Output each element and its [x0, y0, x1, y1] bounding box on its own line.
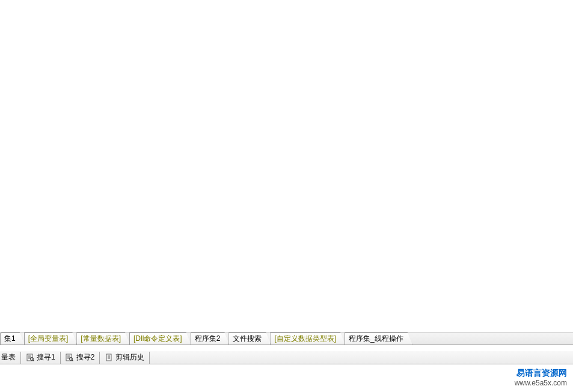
- svg-line-11: [72, 360, 73, 361]
- bottom-tab-label: 搜寻1: [37, 352, 55, 363]
- tab-label: 程序集2: [195, 334, 221, 344]
- tab-label: 集1: [4, 334, 16, 344]
- editor-tabs-row: 集1 [全局变量表] [常量数据表] [Dll命令定义表] 程序集2 文件搜索 …: [0, 332, 573, 345]
- tab-custom-types[interactable]: [自定义数据类型表]: [270, 332, 345, 345]
- bottom-panel-tabs: 量表 搜寻1 搜寻2: [0, 351, 573, 364]
- bottom-tab-search1[interactable]: 搜寻1: [21, 352, 61, 364]
- tab-label: [全局变量表]: [28, 334, 69, 344]
- bottom-tab-label: 量表: [1, 352, 16, 363]
- footer-title: 易语言资源网: [515, 368, 567, 379]
- tab-label: [常量数据表]: [81, 334, 121, 344]
- tab-label: 文件搜索: [233, 334, 262, 344]
- tab-global-vars[interactable]: [全局变量表]: [24, 332, 78, 345]
- tab-constants[interactable]: [常量数据表]: [76, 332, 130, 345]
- svg-line-5: [33, 360, 34, 361]
- tab-label: [Dll命令定义表]: [133, 334, 182, 344]
- tab-label: [自定义数据类型表]: [274, 334, 336, 344]
- search-icon: [66, 354, 74, 362]
- bottom-tab-vartable[interactable]: 量表: [0, 352, 21, 364]
- tab-program-set2[interactable]: 程序集2: [191, 332, 230, 345]
- search-icon: [26, 354, 34, 362]
- tab-dll-commands[interactable]: [Dll命令定义表]: [129, 332, 191, 345]
- clipboard-icon: [105, 354, 113, 362]
- svg-point-4: [30, 358, 33, 361]
- bottom-tab-search2[interactable]: 搜寻2: [61, 352, 100, 364]
- separator: [0, 345, 573, 351]
- footer-url: www.e5a5x.com: [515, 379, 567, 387]
- tab-label: 程序集_线程操作: [349, 334, 403, 344]
- tab-file-search[interactable]: 文件搜索: [228, 332, 271, 345]
- bottom-tab-label: 搜寻2: [76, 352, 95, 363]
- svg-point-10: [70, 358, 73, 361]
- bottom-tab-clip-history[interactable]: 剪辑历史: [100, 352, 150, 364]
- editor-content-area: [0, 0, 573, 332]
- tab-set1[interactable]: 集1: [0, 332, 25, 345]
- watermark-footer: 易语言资源网 www.e5a5x.com: [515, 366, 573, 392]
- bottom-tab-label: 剪辑历史: [115, 352, 144, 363]
- tab-thread-ops[interactable]: 程序集_线程操作: [345, 332, 412, 345]
